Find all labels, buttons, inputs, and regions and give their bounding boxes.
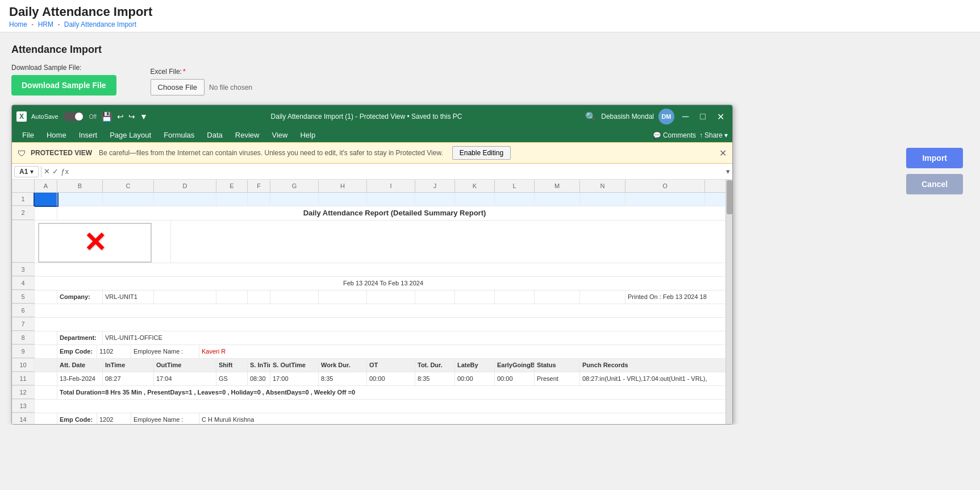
cell-k5[interactable] [455, 290, 495, 304]
menu-insert[interactable]: Insert [73, 128, 103, 142]
cell-lateby-11[interactable]: 00:00 [455, 372, 495, 385]
menu-page-layout[interactable]: Page Layout [104, 128, 157, 142]
col-header-f[interactable]: F [248, 180, 270, 192]
search-icon[interactable]: 🔍 [585, 111, 597, 122]
cell-company-name[interactable]: VRL-UNIT1 [103, 290, 154, 304]
cell-workdur-11[interactable]: 8:35 [319, 372, 367, 385]
col-header-h[interactable]: H [319, 180, 367, 192]
cell-punch-11[interactable]: 08:27:in(Unit1 - VRL),17:04:out(Unit1 - … [580, 372, 732, 385]
cell-i5[interactable] [367, 290, 415, 304]
cell-e5[interactable] [216, 290, 248, 304]
col-header-c[interactable]: C [103, 180, 154, 192]
cell-l5[interactable] [495, 290, 535, 304]
menu-home[interactable]: Home [41, 128, 72, 142]
protected-close-button[interactable]: ✕ [719, 148, 727, 159]
insert-function-icon[interactable]: ƒx [61, 167, 69, 176]
col-header-o[interactable]: O [625, 180, 705, 192]
col-header-n[interactable]: N [580, 180, 625, 192]
cell-a9[interactable] [35, 345, 57, 358]
undo-icon[interactable]: ↩ [117, 112, 124, 121]
cell-report-title[interactable]: Daily Attendance Report (Detailed Summar… [57, 206, 732, 220]
menu-view[interactable]: View [266, 128, 293, 142]
cell-m5[interactable] [535, 290, 580, 304]
cell-sintime-11[interactable]: 08:30 [248, 372, 270, 385]
cell-m1[interactable] [535, 193, 580, 206]
cell-empty-logo-row[interactable] [171, 221, 732, 263]
cell-a12[interactable] [35, 386, 57, 399]
cell-emp-name-val1[interactable]: Kaveri R [199, 345, 732, 358]
cell-n5[interactable] [580, 290, 625, 304]
cell-empty-6[interactable] [35, 304, 732, 317]
cell-date-range[interactable]: Feb 13 2024 To Feb 13 2024 [35, 277, 732, 290]
cell-f1[interactable] [248, 193, 270, 206]
cell-i1[interactable] [367, 193, 415, 206]
col-header-m[interactable]: M [535, 180, 580, 192]
cell-f5[interactable] [248, 290, 270, 304]
enable-editing-button[interactable]: Enable Editing [452, 146, 511, 160]
cell-d5[interactable] [154, 290, 216, 304]
choose-file-button[interactable]: Choose File [151, 79, 205, 95]
cell-j1[interactable] [415, 193, 455, 206]
breadcrumb-home[interactable]: Home [9, 20, 27, 28]
download-sample-button[interactable]: Download Sample File [11, 75, 116, 95]
cell-att-date-11[interactable]: 13-Feb-2024 [57, 372, 103, 385]
confirm-formula-icon[interactable]: ✓ [52, 167, 59, 176]
cell-dept-name[interactable]: VRL-UNIT1-OFFICE [103, 331, 732, 344]
minimize-button[interactable]: ─ [679, 110, 692, 123]
cell-status-11[interactable]: Present [535, 372, 580, 385]
cell-a11[interactable] [35, 372, 57, 385]
cell-d1[interactable] [154, 193, 216, 206]
cell-g5[interactable] [270, 290, 319, 304]
cancel-button[interactable]: Cancel [906, 174, 963, 194]
cell-b1[interactable] [57, 193, 103, 206]
cancel-formula-icon[interactable]: ✕ [44, 167, 50, 176]
cell-a5[interactable] [35, 290, 57, 304]
breadcrumb-hrm[interactable]: HRM [38, 20, 53, 28]
col-header-j[interactable]: J [415, 180, 455, 192]
col-header-d[interactable]: D [154, 180, 216, 192]
menu-review[interactable]: Review [230, 128, 265, 142]
cell-h1[interactable] [319, 193, 367, 206]
formula-input[interactable] [71, 167, 724, 176]
menu-help[interactable]: Help [294, 128, 321, 142]
breadcrumb-current[interactable]: Daily Attendance Import [64, 20, 136, 28]
cell-emp-code-val1[interactable]: 1102 [97, 345, 131, 358]
cell-earlygoing-11[interactable]: 00:00 [495, 372, 535, 385]
cell-empty-13[interactable] [35, 400, 732, 413]
cell-g1[interactable] [270, 193, 319, 206]
cell-a8[interactable] [35, 331, 57, 344]
cell-outtime-11[interactable]: 17:04 [154, 372, 216, 385]
col-header-a[interactable]: A [35, 180, 57, 192]
cell-a1[interactable] [35, 193, 57, 206]
menu-file[interactable]: File [16, 128, 40, 142]
cell-souttime-11[interactable]: 17:00 [270, 372, 319, 385]
cell-shift-11[interactable]: GS [216, 372, 248, 385]
cell-ot-11[interactable]: 00:00 [367, 372, 415, 385]
cell-ref-chevron[interactable]: ▾ [30, 168, 34, 176]
col-header-b[interactable]: B [57, 180, 103, 192]
cell-empty-3[interactable] [35, 263, 732, 276]
menu-data[interactable]: Data [201, 128, 228, 142]
redo-icon[interactable]: ↪ [128, 112, 135, 121]
maximize-button[interactable]: □ [697, 110, 709, 123]
autosave-toggle[interactable] [63, 112, 84, 121]
col-header-i[interactable]: I [367, 180, 415, 192]
close-button[interactable]: ✕ [714, 110, 728, 123]
share-button[interactable]: ↑ Share ▾ [699, 131, 728, 139]
col-header-l[interactable]: L [495, 180, 535, 192]
cell-k1[interactable] [455, 193, 495, 206]
scrollbar-thumb[interactable] [727, 180, 732, 214]
cell-emp-name-val2[interactable]: C H Muruli Krishna [199, 413, 732, 424]
menu-formulas[interactable]: Formulas [158, 128, 200, 142]
import-button[interactable]: Import [906, 148, 963, 168]
cell-a14[interactable] [35, 413, 57, 424]
cell-n1[interactable] [580, 193, 625, 206]
cell-a10[interactable] [35, 359, 57, 372]
cell-emp-code-val2[interactable]: 1202 [97, 413, 131, 424]
col-header-e[interactable]: E [216, 180, 248, 192]
cell-j5[interactable] [415, 290, 455, 304]
cell-o1[interactable] [625, 193, 705, 206]
col-header-g[interactable]: G [270, 180, 319, 192]
cell-h5[interactable] [319, 290, 367, 304]
cell-l1[interactable] [495, 193, 535, 206]
